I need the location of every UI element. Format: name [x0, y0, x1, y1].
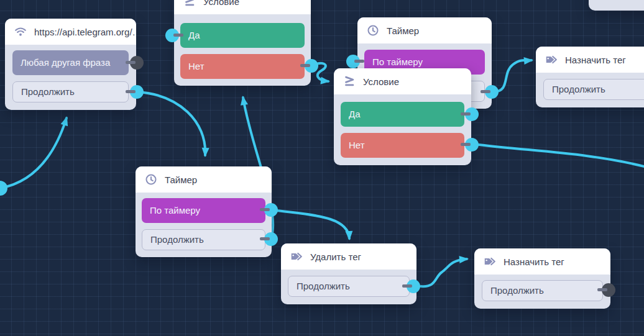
node-api-request[interactable]: https://api.telegram.org/… Любая другая … — [5, 19, 136, 110]
tag-icon — [545, 53, 558, 66]
partial-node[interactable] — [589, 0, 644, 11]
output-port[interactable] — [465, 107, 479, 121]
node-assign-tag-bottom[interactable]: Назначить тег Продолжить — [474, 248, 610, 309]
node-title: Условие — [363, 76, 399, 87]
node-condition-top[interactable]: Условие Да Нет — [174, 0, 311, 86]
continue-button[interactable]: Продолжить — [543, 79, 644, 100]
node-header[interactable]: Назначить тег — [536, 47, 644, 73]
node-delete-tag[interactable]: Удалить тег Продолжить — [281, 243, 416, 304]
node-title: Назначить тег — [565, 55, 626, 65]
branch-button-by-timer[interactable]: По таймеру — [142, 198, 265, 223]
condition-gte-icon — [183, 0, 196, 8]
continue-button[interactable]: Продолжить — [12, 81, 129, 102]
branch-button-yes[interactable]: Да — [180, 23, 305, 48]
output-port[interactable] — [465, 138, 479, 152]
clock-icon — [366, 24, 380, 37]
node-header[interactable]: Таймер — [357, 17, 492, 43]
node-assign-tag-top[interactable]: Назначить тег Продолжить — [536, 47, 644, 107]
wire-timertop-continue-to-assign-tag-top — [493, 60, 531, 92]
continue-button[interactable]: Продолжить — [288, 276, 410, 297]
branch-button-yes[interactable]: Да — [341, 102, 464, 127]
output-port[interactable] — [130, 56, 144, 70]
wire-deletetag-continue-to-assign-tag-bottom — [421, 259, 467, 286]
output-port[interactable] — [264, 232, 278, 246]
node-title: https://api.telegram.org/… — [34, 27, 136, 37]
node-title: Таймер — [165, 175, 197, 185]
clock-icon — [144, 173, 158, 186]
wire-conditionmid-no-offscreen — [479, 145, 644, 167]
continue-button[interactable]: Продолжить — [142, 229, 265, 250]
node-header[interactable]: Удалить тег — [281, 243, 416, 270]
output-port[interactable] — [264, 203, 278, 217]
node-title: Удалить тег — [310, 252, 361, 262]
node-timer-left[interactable]: Таймер По таймеру Продолжить — [136, 166, 272, 257]
output-port[interactable] — [485, 85, 499, 99]
branch-button-no[interactable]: Нет — [180, 54, 305, 79]
condition-gte-icon — [343, 75, 356, 88]
node-header[interactable]: Условие — [334, 68, 471, 94]
node-title: Таймер — [387, 25, 419, 36]
branch-button-no[interactable]: Нет — [341, 133, 464, 158]
flow-canvas[interactable]: https://api.telegram.org/… Любая другая … — [0, 0, 644, 336]
continue-button[interactable]: Продолжить — [482, 280, 603, 301]
output-port[interactable] — [407, 279, 420, 293]
node-header[interactable]: https://api.telegram.org/… — [5, 19, 136, 45]
tag-icon — [483, 255, 497, 268]
wire-timerleft-timer-to-delete-tag — [272, 210, 349, 238]
node-header[interactable]: Назначить тег — [474, 248, 610, 275]
output-port[interactable] — [305, 59, 318, 73]
branch-button-any-phrase[interactable]: Любая другая фраза — [12, 50, 129, 75]
output-port[interactable] — [130, 85, 144, 99]
tag-icon — [290, 250, 303, 263]
input-port[interactable] — [165, 29, 179, 42]
wire-api-continue-to-timer-left — [137, 92, 205, 155]
node-condition-mid[interactable]: Условие Да Нет — [334, 68, 471, 165]
output-port[interactable] — [602, 283, 615, 297]
input-port[interactable] — [346, 55, 360, 68]
node-title: Условие — [203, 0, 239, 7]
node-title: Назначить тег — [504, 257, 564, 267]
node-header[interactable]: Условие — [174, 0, 311, 14]
node-header[interactable]: Таймер — [136, 166, 272, 193]
wire-edge-to-api-node — [0, 118, 67, 188]
wifi-icon — [14, 25, 27, 39]
